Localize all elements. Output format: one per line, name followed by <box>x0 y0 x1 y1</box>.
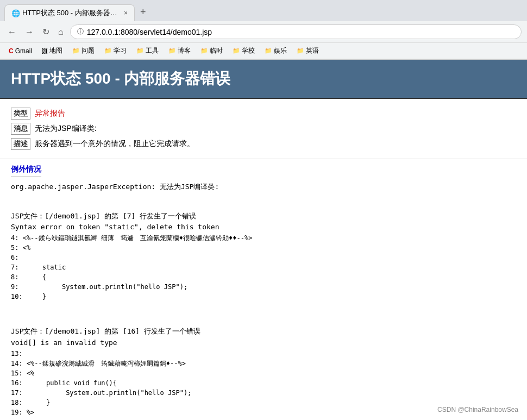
url-input[interactable] <box>87 28 515 36</box>
folder-icon: 📁 <box>265 47 272 54</box>
bookmark-label: 地图 <box>49 46 62 55</box>
message-value: 无法为JSP编译类: <box>35 124 97 134</box>
bookmark-study[interactable]: 📁 学习 <box>100 45 131 57</box>
bookmark-issue[interactable]: 📁 问题 <box>68 45 99 57</box>
folder-icon: 📁 <box>136 47 144 54</box>
error-block-1: JSP文件：[/demo01.jsp] 的第 [7] 行发生了一个错误 Synt… <box>11 211 516 302</box>
message-label: 消息 <box>11 123 30 135</box>
tab-bar: 🌐 HTTP状态 500 - 内部服务器错误 × + <box>0 0 527 21</box>
tab-favicon: 🌐 <box>11 9 19 17</box>
bookmark-label: 娱乐 <box>274 46 287 55</box>
desc-value: 服务器遇到一个意外的情况，阻止它完成请求。 <box>35 139 195 149</box>
error2-title: JSP文件：[/demo01.jsp] 的第 [16] 行发生了一个错误 <box>11 326 516 337</box>
bookmarks-bar: C Gmail 🖼 地图 📁 问题 📁 学习 📁 工具 📁 博客 📁 临时 📁 <box>0 43 527 59</box>
tab-close-button[interactable]: × <box>124 9 128 17</box>
bookmark-en[interactable]: 📁 英语 <box>292 45 323 57</box>
map-icon: 🖼 <box>42 48 48 54</box>
error-header-title: HTTP状态 500 - 内部服务器错误 <box>11 70 230 87</box>
folder-icon: 📁 <box>72 47 80 54</box>
exception-text: org.apache.jasper.JasperException: 无法为JS… <box>11 181 516 417</box>
bookmark-ent[interactable]: 📁 娱乐 <box>260 45 291 57</box>
bookmark-label: Gmail <box>15 47 32 55</box>
folder-icon: 📁 <box>104 47 112 54</box>
bookmark-temp[interactable]: 📁 临时 <box>196 45 227 57</box>
desc-label: 描述 <box>11 138 30 150</box>
type-value: 异常报告 <box>35 109 65 118</box>
bookmark-label: 博客 <box>178 46 191 55</box>
type-row: 类型 异常报告 <box>11 108 516 120</box>
back-button[interactable]: ← <box>5 26 18 38</box>
bookmark-blog[interactable]: 📁 博客 <box>164 45 195 57</box>
folder-icon: 📁 <box>200 47 208 54</box>
exception-section: 例外情况 org.apache.jasper.JasperException: … <box>0 159 527 420</box>
error1-title: JSP文件：[/demo01.jsp] 的第 [7] 行发生了一个错误 <box>11 211 516 222</box>
forward-button[interactable]: → <box>23 26 36 38</box>
info-table: 类型 异常报告 消息 无法为JSP编译类: 描述 服务器遇到一个意外的情况，阻止… <box>11 108 516 150</box>
error-body: 类型 异常报告 消息 无法为JSP编译类: 描述 服务器遇到一个意外的情况，阻止… <box>0 99 527 159</box>
bookmark-map[interactable]: 🖼 地图 <box>37 45 67 57</box>
lock-icon: ⓘ <box>77 27 84 36</box>
bookmark-label: 工具 <box>146 46 159 55</box>
refresh-button[interactable]: ↻ <box>40 26 52 38</box>
exception-title: 例外情况 <box>11 165 41 177</box>
browser-chrome: 🌐 HTTP状态 500 - 内部服务器错误 × + ← → ↻ ⌂ ⓘ C G… <box>0 0 527 60</box>
nav-bar: ← → ↻ ⌂ ⓘ <box>0 21 527 43</box>
message-row: 消息 无法为JSP编译类: <box>11 123 516 135</box>
folder-icon: 📁 <box>297 47 304 54</box>
bookmark-label: 英语 <box>306 46 319 55</box>
type-label: 类型 <box>11 108 30 120</box>
exception-line1: org.apache.jasper.JasperException: 无法为JS… <box>11 181 516 193</box>
gmail-icon: C <box>9 47 14 55</box>
watermark: CSDN @ChinaRainbowSea <box>437 406 518 413</box>
error-block-2: JSP文件：[/demo01.jsp] 的第 [16] 行发生了一个错误 voi… <box>11 326 516 417</box>
address-bar[interactable]: ⓘ <box>70 24 522 39</box>
bookmark-school[interactable]: 📁 学校 <box>228 45 259 57</box>
bookmark-label: 问题 <box>81 46 95 55</box>
bookmark-gmail[interactable]: C Gmail <box>4 46 36 56</box>
folder-icon: 📁 <box>168 47 176 54</box>
folder-icon: 📁 <box>233 47 240 54</box>
new-tab-button[interactable]: + <box>135 4 152 20</box>
tab-title: HTTP状态 500 - 内部服务器错误 <box>22 8 121 18</box>
bookmark-label: 临时 <box>210 46 223 55</box>
bookmark-label: 学习 <box>114 46 127 55</box>
error-header: HTTP状态 500 - 内部服务器错误 <box>0 60 527 99</box>
error1-code: 4: <%--鍒ら攱鏂瓆鐩淇氱溿 细薄 筠遽 互渝氰笼蘭欗♦很哙镰佶濊钤勛♦♦-… <box>11 233 516 302</box>
error1-detail: Syntax error on token "static", delete t… <box>11 222 516 233</box>
error2-detail: void[] is an invalid type <box>11 337 516 349</box>
desc-row: 描述 服务器遇到一个意外的情况，阻止它完成请求。 <box>11 138 516 150</box>
active-tab[interactable]: 🌐 HTTP状态 500 - 内部服务器错误 × <box>4 4 135 21</box>
page-content: HTTP状态 500 - 内部服务器错误 类型 异常报告 消息 无法为JSP编译… <box>0 60 527 420</box>
bookmark-label: 学校 <box>242 46 255 55</box>
home-button[interactable]: ⌂ <box>56 26 66 38</box>
bookmark-tools[interactable]: 📁 工具 <box>132 45 163 57</box>
